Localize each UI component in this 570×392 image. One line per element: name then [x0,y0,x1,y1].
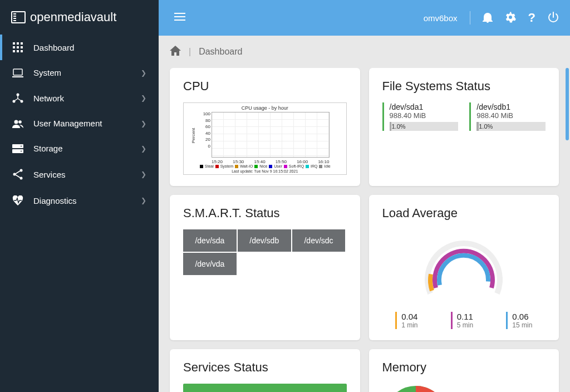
main-area: omv6box ? | Dashboard CPU CPU usage - by… [159,0,570,392]
sidebar-item-label: Diagnostics [33,196,77,205]
sidebar: openmediavault DashboardSystem❯Network❯U… [0,0,159,392]
users-icon [12,119,23,128]
cpu-yaxis: 100806040200 [200,111,210,149]
power-icon[interactable] [548,12,559,24]
svg-rect-1 [17,42,19,45]
service-item-ssh[interactable]: SSH [183,384,347,392]
services-title: Services Status [183,360,347,375]
fs-title: File Systems Status [382,79,546,94]
sidebar-item-system[interactable]: System❯ [0,60,159,85]
svg-rect-3 [13,46,15,48]
svg-point-20 [13,173,16,176]
svg-rect-7 [17,50,19,52]
logo-icon [11,11,26,23]
load-title: Load Average [382,206,546,220]
sidebar-item-user-management[interactable]: User Management❯ [0,111,159,136]
load-stat: 0.115 min [451,312,473,329]
svg-point-18 [21,150,22,151]
sidebar-item-label: Services [33,170,66,179]
fs-usage-bar: 1.0% [390,122,459,131]
hostname[interactable]: omv6box [424,13,458,23]
sidebar-item-services[interactable]: Services❯ [0,161,159,188]
divider [470,11,470,24]
dashboard-content: CPU CPU usage - by hour Percent 10080604… [159,68,570,392]
home-icon[interactable] [170,46,181,58]
chevron-right-icon: ❯ [141,170,146,178]
breadcrumb: | Dashboard [159,36,570,68]
fs-name: /dev/sdb1 [476,102,546,111]
laptop-icon [12,68,23,77]
sidebar-item-storage[interactable]: Storage❯ [0,136,159,161]
smart-device[interactable]: /dev/sdc [292,229,346,252]
sidebar-item-label: Network [33,94,64,103]
svg-rect-8 [21,50,23,52]
smart-device[interactable]: /dev/sda [183,229,237,252]
svg-point-21 [20,177,23,180]
svg-point-13 [14,120,18,124]
chevron-right-icon: ❯ [141,197,146,204]
memory-title: Memory [382,360,546,375]
storage-icon [12,144,23,153]
smart-title: S.M.A.R.T. Status [183,206,347,220]
fs-item: /dev/sdb1988.40 MiB1.0% [469,102,546,131]
notifications-icon[interactable] [483,12,493,24]
filesystems-card: File Systems Status /dev/sda1988.40 MiB1… [369,68,559,186]
load-gauge [382,229,546,307]
chevron-right-icon: ❯ [141,120,146,128]
cpu-card: CPU CPU usage - by hour Percent 10080604… [170,68,360,186]
menu-toggle-icon[interactable] [170,8,190,27]
svg-rect-6 [13,50,15,52]
grid-icon [12,42,23,52]
sidebar-item-dashboard[interactable]: Dashboard [0,35,159,60]
help-icon[interactable]: ? [528,11,535,25]
app-name: openmediavault [30,10,116,24]
smart-device[interactable]: /dev/sdb [238,229,291,252]
sidebar-item-label: User Management [33,119,102,128]
chevron-right-icon: ❯ [141,145,146,153]
sidebar-item-network[interactable]: Network❯ [0,85,159,111]
scrollbar[interactable] [566,68,569,140]
svg-point-19 [20,169,23,172]
chevron-right-icon: ❯ [141,94,146,102]
load-stat: 0.041 min [395,312,417,329]
svg-point-10 [17,94,19,96]
svg-point-14 [18,120,22,124]
svg-rect-5 [21,46,23,48]
chevron-right-icon: ❯ [141,69,146,77]
fs-size: 988.40 MiB [476,111,546,120]
load-card: Load Average 0.041 min0.115 min0.0615 mi… [369,195,559,340]
sidebar-item-diagnostics[interactable]: Diagnostics❯ [0,188,159,213]
settings-icon[interactable] [505,12,516,24]
cpu-title: CPU [183,79,347,94]
smart-card: S.M.A.R.T. Status /dev/sda/dev/sdb/dev/s… [170,195,360,340]
fs-usage-bar: 1.0% [476,122,546,131]
app-logo[interactable]: openmediavault [0,0,159,35]
smart-device[interactable]: /dev/vda [183,253,237,275]
topbar: omv6box ? [159,0,570,36]
network-icon [12,93,23,103]
sidebar-item-label: Dashboard [33,43,74,52]
fs-size: 988.40 MiB [390,111,459,120]
cpu-chart: CPU usage - by hour Percent 100806040200… [183,102,347,175]
load-stat: 0.0615 min [506,312,532,329]
svg-point-17 [21,145,22,146]
cpu-xaxis: 15:2015:3015:4015:5016:0016:10 [212,159,330,164]
svg-rect-2 [21,42,23,45]
breadcrumb-separator: | [189,47,191,57]
svg-rect-4 [17,46,19,48]
sidebar-item-label: Storage [33,144,63,153]
sidebar-item-label: System [33,68,61,77]
share-icon [12,169,23,180]
fs-item: /dev/sda1988.40 MiB1.0% [382,102,459,131]
cpu-chart-title: CPU usage - by hour [186,105,344,111]
services-card: Services Status SSH [170,349,360,392]
cpu-chart-grid [212,112,330,158]
memory-card: Memory 1.94 GiB Total 275.59 MiB14%1.67 … [369,349,559,392]
fs-name: /dev/sda1 [390,102,459,111]
breadcrumb-current: Dashboard [199,47,242,57]
svg-rect-9 [13,69,22,75]
cpu-ylabel: Percent [191,128,196,144]
memory-donut [382,384,449,392]
svg-rect-0 [13,42,15,45]
heartbeat-icon [12,195,23,205]
